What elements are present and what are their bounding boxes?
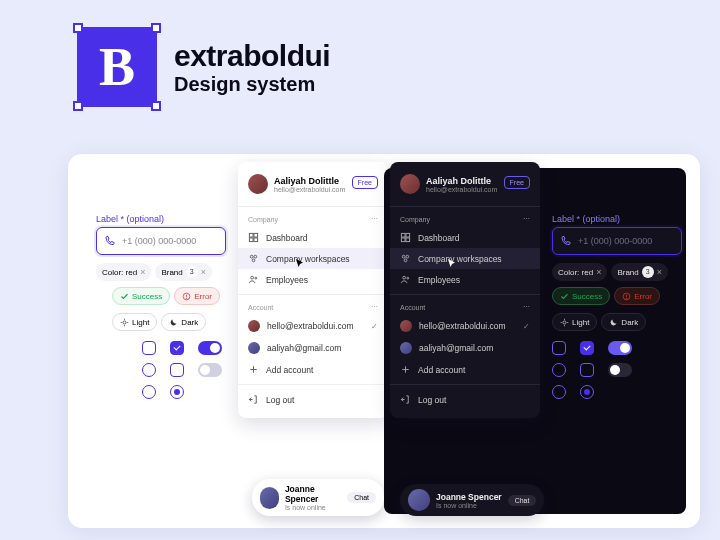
phone-icon: [104, 235, 116, 247]
plan-badge: Free: [504, 176, 530, 189]
close-icon[interactable]: ×: [596, 267, 601, 277]
checkbox-checked[interactable]: [580, 341, 594, 355]
more-icon[interactable]: ⋯: [523, 215, 530, 223]
radio-unselected[interactable]: [142, 385, 156, 399]
svg-point-3: [123, 321, 126, 324]
toggle-off[interactable]: [608, 363, 632, 377]
sidebar-item-account-2[interactable]: aaliyah@gmail.com: [390, 337, 540, 359]
close-icon[interactable]: ×: [140, 267, 145, 277]
toggle-on[interactable]: [198, 341, 222, 355]
dark-theme-button[interactable]: Dark: [601, 313, 646, 331]
sidebar-item-add-account[interactable]: Add account: [390, 359, 540, 380]
radio-selected[interactable]: [580, 385, 594, 399]
plus-icon: [248, 364, 259, 375]
close-icon[interactable]: ×: [657, 267, 662, 277]
svg-rect-11: [254, 238, 258, 242]
more-icon[interactable]: ⋯: [371, 215, 378, 223]
sidebar-item-dashboard[interactable]: Dashboard: [390, 227, 540, 248]
resize-handle[interactable]: [151, 101, 161, 111]
svg-rect-10: [249, 238, 253, 242]
resize-handle[interactable]: [151, 23, 161, 33]
avatar: [400, 342, 412, 354]
dashboard-icon: [248, 232, 259, 243]
sidebar-user[interactable]: Aaliyah Dolittlehello@extraboldui.com Fr…: [238, 170, 388, 202]
status-error: Error: [174, 287, 220, 305]
phone-input[interactable]: +1 (000) 000-0000: [552, 227, 682, 255]
dashboard-icon: [400, 232, 411, 243]
sidebar-item-dashboard[interactable]: Dashboard: [238, 227, 388, 248]
svg-point-23: [402, 255, 405, 258]
check-icon: ✓: [371, 322, 378, 331]
checkbox-outline[interactable]: [580, 363, 594, 377]
avatar: [400, 174, 420, 194]
radio-unselected[interactable]: [552, 363, 566, 377]
svg-point-26: [403, 276, 406, 279]
sidebar-item-logout[interactable]: Log out: [238, 389, 388, 410]
sidebar-item-workspaces[interactable]: Company workspaces: [238, 248, 388, 269]
svg-rect-22: [406, 238, 410, 242]
sidebar-item-workspaces[interactable]: Company workspaces: [390, 248, 540, 269]
sidebar-item-account-1[interactable]: hello@extraboldui.com✓: [390, 315, 540, 337]
input-placeholder: +1 (000) 000-0000: [122, 236, 196, 246]
svg-rect-20: [406, 233, 410, 237]
employees-icon: [248, 274, 259, 285]
radio-unselected[interactable]: [142, 363, 156, 377]
dark-theme-button[interactable]: Dark: [161, 313, 206, 331]
more-icon[interactable]: ⋯: [523, 303, 530, 311]
close-icon[interactable]: ×: [201, 267, 206, 277]
avatar: [248, 342, 260, 354]
plus-icon: [400, 364, 411, 375]
phone-input[interactable]: +1 (000) 000-0000: [96, 227, 226, 255]
radio-selected[interactable]: [170, 385, 184, 399]
svg-point-25: [404, 259, 407, 262]
chat-button[interactable]: Chat: [508, 495, 537, 506]
light-theme-button[interactable]: Light: [552, 313, 597, 331]
sidebar-item-logout[interactable]: Log out: [390, 389, 540, 410]
dark-panel: Aaliyah Dolittlehello@extraboldui.com Fr…: [384, 168, 686, 514]
radio-unselected[interactable]: [552, 385, 566, 399]
sidebar-item-employees[interactable]: Employees: [238, 269, 388, 290]
sidebar-menu-dark: Aaliyah Dolittlehello@extraboldui.com Fr…: [390, 162, 540, 418]
avatar: [408, 489, 430, 511]
input-label: Label * (optional): [552, 214, 682, 224]
input-label: Label * (optional): [96, 214, 226, 224]
status-success: Success: [112, 287, 170, 305]
sidebar-item-employees[interactable]: Employees: [390, 269, 540, 290]
workspaces-icon: [400, 253, 411, 264]
toggle-on[interactable]: [608, 341, 632, 355]
svg-rect-21: [401, 238, 405, 242]
section-header-company: Company⋯: [390, 211, 540, 227]
resize-handle[interactable]: [73, 101, 83, 111]
sidebar-item-add-account[interactable]: Add account: [238, 359, 388, 380]
workspaces-icon: [248, 253, 259, 264]
svg-point-33: [563, 321, 566, 324]
tag-brand[interactable]: Brand3×: [611, 263, 668, 281]
plan-badge: Free: [352, 176, 378, 189]
svg-point-2: [186, 298, 187, 299]
toast-online[interactable]: Joanne SpencerIs now online Chat: [252, 479, 384, 516]
tag-brand[interactable]: Brand3×: [155, 263, 212, 281]
sidebar-user[interactable]: Aaliyah Dolittlehello@extraboldui.com Fr…: [390, 170, 540, 202]
checkbox-unchecked[interactable]: [142, 341, 156, 355]
section-header-account: Account⋯: [238, 299, 388, 315]
logo-letter: B: [99, 36, 135, 98]
svg-point-24: [406, 255, 409, 258]
chat-button[interactable]: Chat: [347, 492, 376, 503]
avatar: [260, 487, 279, 509]
svg-point-14: [252, 259, 255, 262]
light-theme-button[interactable]: Light: [112, 313, 157, 331]
resize-handle[interactable]: [73, 23, 83, 33]
sidebar-item-account-1[interactable]: hello@extraboldui.com✓: [238, 315, 388, 337]
svg-point-15: [251, 276, 254, 279]
toast-online[interactable]: Joanne SpencerIs now online Chat: [400, 484, 544, 516]
more-icon[interactable]: ⋯: [371, 303, 378, 311]
checkbox-checked[interactable]: [170, 341, 184, 355]
status-success: Success: [552, 287, 610, 305]
checkbox-unchecked[interactable]: [552, 341, 566, 355]
sidebar-item-account-2[interactable]: aaliyah@gmail.com: [238, 337, 388, 359]
checkbox-outline[interactable]: [170, 363, 184, 377]
tag-color[interactable]: Color: red×: [96, 263, 151, 281]
svg-point-27: [407, 277, 409, 279]
toggle-off[interactable]: [198, 363, 222, 377]
tag-color[interactable]: Color: red×: [552, 263, 607, 281]
